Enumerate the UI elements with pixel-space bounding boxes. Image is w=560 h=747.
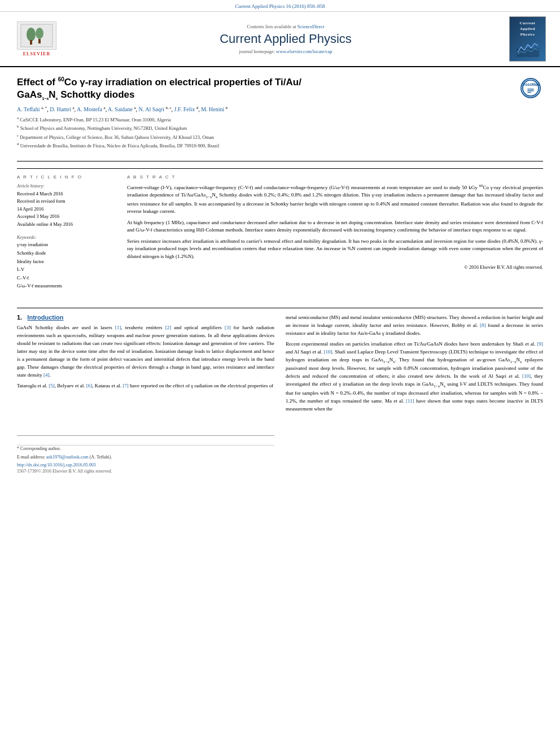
page: Current Applied Physics 16 (2016) 850–85… [0,0,560,747]
email-address[interactable]: aek1976@outlook.com [46,455,89,460]
received-date: Received 4 March 2016 [17,190,116,198]
article-info-header: A R T I C L E I N F O [17,174,116,180]
doi-line: http://dx.doi.org/10.1016/j.cap.2016.05.… [17,462,274,468]
homepage-line: journal homepage: www.elsevier.com/locat… [62,49,509,54]
keywords-label: Keywords: [17,234,116,242]
available-date: Available online 4 May 2016 [17,221,116,229]
svg-text:CrossMark: CrossMark [522,82,540,86]
journal-header: ELSEVIER Contents lists available at Sci… [0,12,560,67]
abstract-para-2: At high frequency (1 MHz), capacitance a… [127,219,543,234]
email-line: E-mail address: aek1976@outlook.com (A. … [17,454,274,461]
section-separator [17,308,543,308]
authors-section: A. Teffahi a, *, D. Hamri a, A. Mostefa … [17,106,515,150]
keyword-5: C–V-f [17,274,116,282]
received-revised-label: Received in revised form [17,198,116,206]
sciencedirect-line: Contents lists available at ScienceDirec… [62,24,509,29]
sciencedirect-link[interactable]: ScienceDirect [298,24,325,29]
abstract-para-3: Series resistance increases after irradi… [127,238,543,261]
journal-cover: Current Applied Physics [509,16,549,62]
journal-title-main: Current Applied Physics [62,32,509,46]
svg-point-2 [36,28,43,39]
right-col-text: metal semiconductor (MS) and metal insul… [286,314,543,413]
abstract-header: A B S T R A C T [127,174,543,180]
main-content: Effect of 60Co γ-ray irradiation on elec… [0,67,560,299]
svg-rect-3 [30,40,32,45]
svg-rect-4 [38,39,41,43]
received-revised-date: 14 April 2016 [17,206,116,213]
keywords-block: Keywords: γ-ray irradiation Schottky dio… [17,234,116,290]
article-title: Effect of 60Co γ-ray irradiation on elec… [17,76,515,101]
intro-title: 1. Introduction [17,314,274,321]
footer-section: * Corresponding author. E-mail address: … [17,445,274,474]
two-col-section: A R T I C L E I N F O Article history: R… [17,168,543,291]
keyword-6: G/ω–V-f measurements [17,282,116,290]
body-right-col: metal semiconductor (MS) and metal insul… [286,314,543,474]
article-info-col: A R T I C L E I N F O Article history: R… [17,174,116,291]
footnote-section: * Corresponding author. E-mail address: … [17,435,274,474]
abstract-para-1: Current-voltage (I-V), capacitance-volta… [127,183,543,216]
journal-center: Contents lists available at ScienceDirec… [62,24,509,54]
crossmark: CrossMark [520,78,543,98]
crossmark-icon: CrossMark [520,78,541,98]
body-two-col: 1. Introduction GaAsN Schottky diodes ar… [0,314,560,474]
svg-point-1 [27,28,36,41]
elsevier-text-label: ELSEVIER [23,51,50,56]
elsevier-logo-graphic [17,21,56,50]
abstract-text: Current-voltage (I-V), capacitance-volta… [127,183,543,271]
keyword-2: Schottky diode [17,250,116,257]
article-title-section: Effect of 60Co γ-ray irradiation on elec… [17,76,543,161]
keyword-4: I–V [17,266,116,274]
journal-reference-bar: Current Applied Physics 16 (2016) 850–85… [0,0,560,12]
intro-para-1: GaAsN Schottky diodes are used in lasers… [17,324,274,379]
abstract-col: A B S T R A C T Current-voltage (I-V), c… [127,174,543,291]
history-label: Article history: [17,183,116,190]
cover-image: Current Applied Physics [509,16,546,62]
intro-text: GaAsN Schottky diodes are used in lasers… [17,324,274,390]
abstract-copyright: © 2016 Elsevier B.V. All rights reserved… [127,264,543,271]
accepted-date: Accepted 3 May 2016 [17,213,116,221]
corresponding-note: * Corresponding author. [17,445,274,452]
homepage-link[interactable]: www.elsevier.com/locate/cap [276,49,333,54]
affiliation-b: School of Physics and Astronomy, Notting… [20,125,187,131]
keyword-1: γ-ray irradiation [17,241,116,249]
journal-reference-text: Current Applied Physics 16 (2016) 850–85… [235,3,325,9]
affiliation-c: Department of Physics, College of Scienc… [20,134,214,140]
body-left-col: 1. Introduction GaAsN Schottky diodes ar… [17,314,274,474]
right-para-2: Recent experimental studies on particles… [286,340,543,413]
affiliation-a: CaSiCCE Laboratory, ENP-Oran, BP 15.23 E… [20,116,171,122]
author-list: A. Teffahi a, *, D. Hamri a, A. Mostefa … [17,106,515,112]
intro-section: 1. Introduction GaAsN Schottky diodes ar… [17,314,274,390]
issn-line: 1567-1739/© 2016 Elsevier B.V. All right… [17,469,274,474]
article-title-text: Effect of 60Co γ-ray irradiation on elec… [17,76,515,154]
article-history: Article history: Received 4 March 2016 R… [17,183,116,229]
elsevier-logo: ELSEVIER [11,21,62,56]
affiliations: a CaSiCCE Laboratory, ENP-Oran, BP 15.23… [17,115,515,150]
right-para-1: metal semiconductor (MS) and metal insul… [286,314,543,338]
affiliation-d: Universidade de Brasília, Instituto de F… [20,143,220,148]
intro-para-2: Tataroglu et al. [5], Belyaev et al. [6]… [17,382,274,390]
keyword-3: Ideality factor [17,258,116,266]
